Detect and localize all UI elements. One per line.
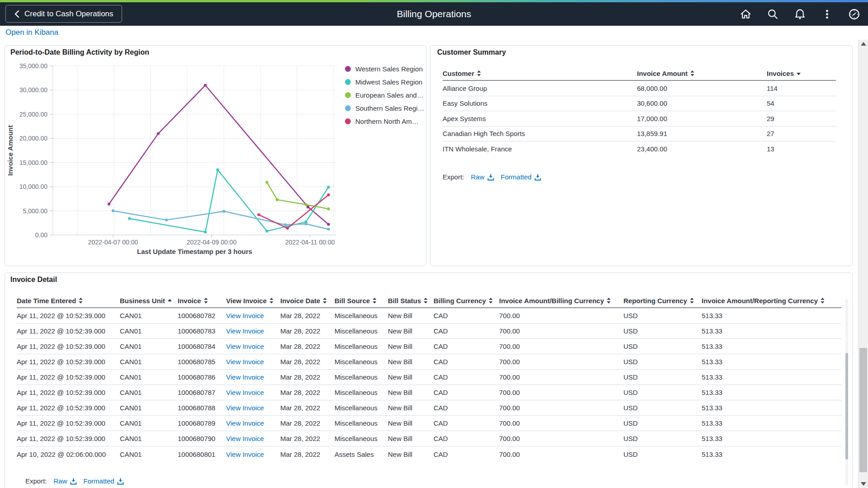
sort-both-icon — [489, 298, 493, 304]
view-invoice-link[interactable]: View Invoice — [226, 312, 264, 319]
column-header[interactable]: Date Time Entered — [17, 297, 120, 305]
view-invoice-link[interactable]: View Invoice — [226, 358, 264, 366]
table-cell: View Invoice — [226, 435, 280, 442]
invoice-table-scrollbar-thumb[interactable] — [845, 353, 848, 460]
table-cell: Miscellaneous — [335, 343, 388, 350]
table-cell: 13,859.91 — [637, 130, 767, 137]
open-in-kibana-link[interactable]: Open in Kibana — [5, 28, 58, 37]
export-formatted-link[interactable]: Formatted — [501, 173, 541, 181]
back-button-label: Credit to Cash Operations — [24, 9, 113, 19]
legend-label: Midwest Sales Region — [355, 78, 422, 86]
table-cell: 700.00 — [499, 327, 623, 335]
table-cell: Mar 28, 2022 — [280, 373, 335, 381]
view-invoice-link[interactable]: View Invoice — [226, 343, 264, 350]
home-icon[interactable] — [740, 8, 752, 20]
table-cell: USD — [623, 435, 702, 442]
export-link-label: Formatted — [84, 477, 114, 485]
sort-both-icon — [204, 298, 208, 304]
column-header-label: Customer — [443, 70, 474, 77]
invoice-row: Apr 11, 2022 @ 10:52:39.000CAN0110006807… — [17, 370, 841, 385]
table-cell: 23,400.00 — [637, 145, 767, 153]
legend-item[interactable]: Western Sales Region — [345, 62, 425, 75]
table-cell: Miscellaneous — [335, 327, 388, 335]
svg-text:Invoice Amount: Invoice Amount — [6, 125, 14, 176]
column-header[interactable]: Reporting Currency — [623, 297, 702, 305]
column-header[interactable]: Bill Source — [335, 297, 388, 305]
actions-menu-icon[interactable] — [821, 8, 833, 20]
legend-item[interactable]: European Sales and… — [345, 89, 425, 102]
svg-text:20,000.00: 20,000.00 — [19, 135, 47, 142]
page-scrollbar[interactable] — [858, 40, 868, 488]
search-icon[interactable] — [767, 8, 779, 20]
export-raw-link[interactable]: Raw — [471, 173, 494, 181]
customer-summary-body: Alliance Group68,000.00114Easy Solutions… — [443, 81, 836, 157]
table-cell: 54 — [767, 99, 836, 107]
invoice-detail-panel: Invoice Detail Date Time EnteredBusiness… — [5, 272, 853, 488]
table-cell: New Bill — [388, 358, 434, 366]
view-invoice-link[interactable]: View Invoice — [226, 419, 264, 427]
view-invoice-link[interactable]: View Invoice — [226, 450, 264, 458]
invoice-row: Apr 11, 2022 @ 10:52:39.000CAN0110006807… — [17, 354, 841, 370]
column-header-label: Invoice — [178, 297, 201, 305]
legend-label: Southern Sales Regi… — [355, 104, 425, 112]
table-cell: 700.00 — [499, 419, 623, 427]
table-cell: 1000680784 — [178, 343, 226, 350]
table-cell: 700.00 — [499, 312, 623, 319]
column-header[interactable]: Invoice Amount/Billing Currency — [499, 297, 623, 305]
page-title: Billing Operations — [0, 2, 868, 26]
svg-text:2022-04-07 00:00: 2022-04-07 00:00 — [88, 239, 138, 246]
view-invoice-link[interactable]: View Invoice — [226, 389, 264, 396]
column-header[interactable]: Invoice — [178, 297, 226, 305]
table-cell: New Bill — [388, 404, 434, 412]
table-cell: View Invoice — [226, 312, 280, 319]
scroll-down-arrow[interactable] — [859, 480, 868, 488]
export-formatted-link[interactable]: Formatted — [84, 477, 124, 485]
export-link-label: Raw — [471, 173, 485, 181]
view-invoice-link[interactable]: View Invoice — [226, 327, 264, 335]
column-header[interactable]: Billing Currency — [434, 297, 499, 305]
view-invoice-link[interactable]: View Invoice — [226, 435, 264, 442]
column-header[interactable]: Invoices — [767, 70, 836, 77]
invoice-row: Apr 11, 2022 @ 10:52:39.000CAN0110006807… — [17, 431, 841, 446]
page-scrollbar-thumb[interactable] — [859, 348, 867, 472]
export-raw-link[interactable]: Raw — [54, 477, 77, 485]
customer-row: ITN Wholesale, France23,400.0013 — [443, 141, 836, 157]
table-cell: 700.00 — [499, 373, 623, 381]
scroll-up-arrow[interactable] — [859, 40, 868, 48]
sort-both-icon — [373, 298, 377, 304]
column-header[interactable]: Invoice Amount/Reporting Currency — [702, 297, 841, 305]
view-invoice-link[interactable]: View Invoice — [226, 373, 264, 381]
navbar-compass-icon[interactable] — [848, 8, 860, 20]
table-cell: View Invoice — [226, 343, 280, 350]
table-cell: CAD — [434, 450, 499, 458]
table-cell: Apr 11, 2022 @ 10:52:39.000 — [17, 404, 120, 412]
table-cell: View Invoice — [226, 404, 280, 412]
column-header[interactable]: Bill Status — [388, 297, 434, 305]
legend-label: Western Sales Region — [355, 65, 423, 73]
notifications-icon[interactable] — [794, 8, 806, 20]
column-header-label: Business Unit — [120, 297, 165, 305]
column-header[interactable]: Invoice Amount — [637, 70, 767, 77]
column-header[interactable]: Business Unit — [120, 297, 178, 305]
table-cell: Apr 11, 2022 @ 10:52:39.000 — [17, 327, 120, 335]
table-cell: View Invoice — [226, 450, 280, 458]
download-icon — [487, 174, 494, 181]
top-bar: Credit to Cash Operations Billing Operat… — [0, 2, 868, 26]
table-cell: 1000680789 — [178, 419, 226, 427]
legend-color-dot — [345, 105, 351, 111]
legend-item[interactable]: Midwest Sales Region — [345, 75, 425, 89]
column-header[interactable]: Customer — [443, 70, 637, 77]
customer-summary-title: Customer Summary — [437, 48, 506, 56]
back-button[interactable]: Credit to Cash Operations — [5, 5, 122, 23]
table-cell: View Invoice — [226, 358, 280, 366]
legend-item[interactable]: Southern Sales Regi… — [345, 102, 425, 115]
view-invoice-link[interactable]: View Invoice — [226, 404, 264, 412]
table-cell: Mar 28, 2022 — [280, 389, 335, 396]
legend-item[interactable]: Northern North Am… — [345, 115, 425, 128]
table-cell: Apr 11, 2022 @ 10:52:39.000 — [17, 358, 120, 366]
column-header[interactable]: Invoice Date — [280, 297, 335, 305]
column-header[interactable]: View Invoice — [226, 297, 280, 305]
table-cell: CAD — [434, 373, 499, 381]
table-cell: CAN01 — [120, 343, 178, 350]
table-cell: 513.33 — [702, 327, 841, 335]
